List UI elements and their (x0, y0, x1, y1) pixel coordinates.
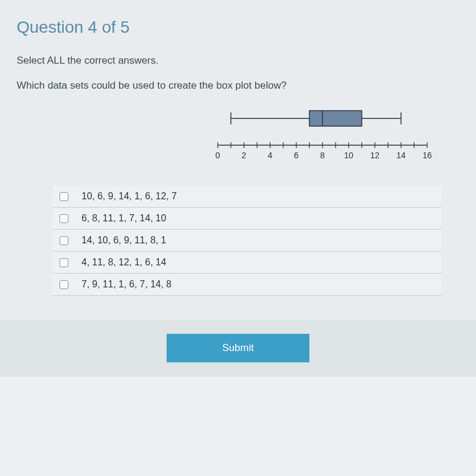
boxplot-svg: 0246810121416 (209, 104, 436, 169)
instruction-text: Select ALL the correct answers. (17, 55, 459, 67)
option-text: 7, 9, 11, 1, 6, 7, 14, 8 (82, 279, 171, 290)
option-row[interactable]: 14, 10, 6, 9, 11, 8, 1 (52, 230, 441, 252)
option-text: 4, 11, 8, 12, 1, 6, 14 (82, 257, 166, 268)
option-row[interactable]: 7, 9, 11, 1, 6, 7, 14, 8 (52, 274, 441, 296)
svg-text:16: 16 (422, 151, 432, 160)
svg-rect-4 (309, 111, 362, 126)
svg-text:6: 6 (294, 151, 299, 160)
svg-text:0: 0 (215, 151, 220, 160)
bottom-space (0, 377, 476, 476)
svg-text:14: 14 (396, 151, 406, 160)
options-list: 10, 6, 9, 14, 1, 6, 12, 76, 8, 11, 1, 7,… (52, 186, 441, 296)
checkbox[interactable] (60, 258, 68, 267)
checkbox[interactable] (60, 192, 68, 201)
option-row[interactable]: 10, 6, 9, 14, 1, 6, 12, 7 (52, 186, 441, 208)
option-row[interactable]: 6, 8, 11, 1, 7, 14, 10 (52, 208, 441, 230)
svg-text:4: 4 (268, 151, 273, 160)
option-text: 14, 10, 6, 9, 11, 8, 1 (82, 235, 166, 246)
svg-text:12: 12 (370, 151, 380, 160)
footer-area: Submit (0, 320, 476, 377)
svg-text:2: 2 (242, 151, 246, 160)
option-text: 6, 8, 11, 1, 7, 14, 10 (82, 213, 166, 224)
option-text: 10, 6, 9, 14, 1, 6, 12, 7 (82, 191, 177, 202)
checkbox[interactable] (60, 214, 68, 223)
svg-text:8: 8 (320, 151, 325, 160)
svg-text:10: 10 (344, 151, 353, 160)
question-title: Question 4 of 5 (17, 18, 459, 37)
boxplot-figure: 0246810121416 (17, 104, 459, 169)
checkbox[interactable] (60, 280, 68, 289)
option-row[interactable]: 4, 11, 8, 12, 1, 6, 14 (52, 252, 441, 274)
question-prompt: Which data sets could be used to create … (17, 80, 459, 92)
checkbox[interactable] (60, 236, 68, 245)
submit-button[interactable]: Submit (167, 334, 309, 362)
